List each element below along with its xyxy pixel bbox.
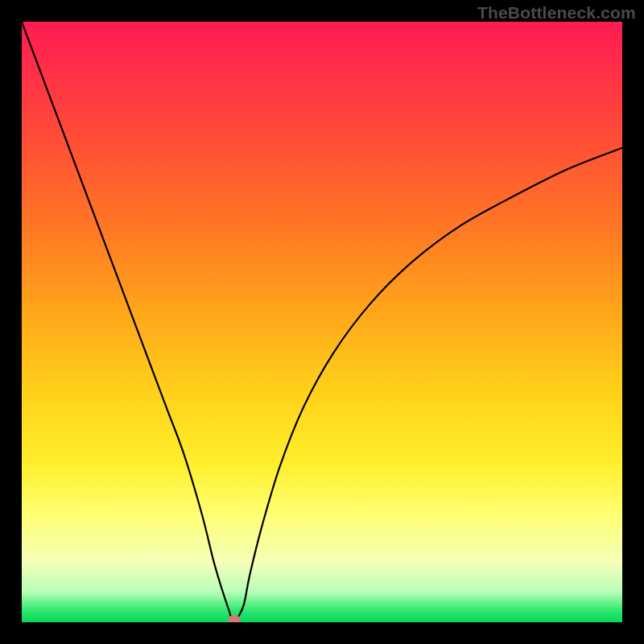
- watermark-text: TheBottleneck.com: [477, 3, 636, 23]
- bottleneck-curve: [22, 22, 622, 622]
- optimum-marker: [229, 616, 241, 622]
- chart-frame: TheBottleneck.com: [0, 0, 644, 644]
- plot-area: [22, 22, 622, 622]
